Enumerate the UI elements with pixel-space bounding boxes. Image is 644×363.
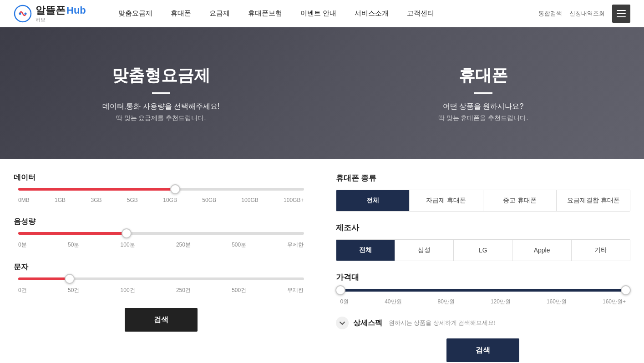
maker-btn-lg[interactable]: LG <box>454 240 512 261</box>
price-section: 가격대 0원 40만원 80만원 120만원 160만원 160만원+ <box>336 272 631 306</box>
detail-spec-desc: 원하시는 상품을 상세하게 검색해보세요! <box>389 319 496 327</box>
logo: 알뜰폰 Hub 허브 <box>14 4 96 23</box>
price-mark-80: 80만원 <box>438 298 455 306</box>
phone-type-btn-prepaid[interactable]: 자급제 휴대폰 <box>410 190 483 211</box>
maker-btn-all[interactable]: 전체 <box>336 240 395 261</box>
voice-mark-unlimited: 무제한 <box>287 241 304 249</box>
data-label: 데이터 <box>14 173 309 182</box>
nav-item-event[interactable]: 이벤트 안내 <box>300 9 336 18</box>
nav-item-phone[interactable]: 휴대폰 <box>171 9 191 18</box>
data-mark-50gb: 50GB <box>202 197 216 203</box>
voice-slider-thumb[interactable] <box>122 228 132 238</box>
price-slider-container: 0원 40만원 80만원 120만원 160만원 160만원+ <box>336 289 631 306</box>
voice-mark-0: 0분 <box>18 241 27 249</box>
link-search[interactable]: 통합검색 <box>538 10 562 18</box>
sms-mark-250: 250건 <box>176 287 191 294</box>
hero-left-underline <box>152 92 170 94</box>
logo-sub: 허브 <box>35 16 86 23</box>
maker-btn-other[interactable]: 기타 <box>572 240 630 261</box>
phone-type-btn-all[interactable]: 전체 <box>336 190 410 211</box>
sms-slider-container: 0건 50건 100건 250건 500건 무제한 <box>14 277 309 294</box>
nav-item-rate[interactable]: 요금제 <box>209 9 230 18</box>
logo-text-group: 알뜰폰 Hub 허브 <box>35 4 86 23</box>
left-panel: 데이터 0MB 1GB 3GB 5GB 10GB 50GB 100GB 100G… <box>14 173 309 362</box>
data-mark-5gb: 5GB <box>127 197 138 203</box>
sms-slider-marks: 0건 50건 100건 250건 500건 무제한 <box>18 287 304 294</box>
hero-left-title: 맞춤형요금제 <box>112 65 210 87</box>
maker-buttons: 전체 삼성 LG Apple 기타 <box>336 239 631 261</box>
maker-title: 제조사 <box>336 222 631 233</box>
sms-mark-100: 100건 <box>121 287 135 294</box>
nav-item-support[interactable]: 고객센터 <box>407 9 434 18</box>
chevron-down-icon <box>339 320 345 326</box>
detail-spec-row: 상세스펙 원하시는 상품을 상세하게 검색해보세요! <box>336 317 631 329</box>
voice-slider-fill <box>18 232 127 235</box>
voice-mark-100: 100분 <box>121 241 135 249</box>
logo-icon <box>14 5 32 23</box>
sms-slider-section: 문자 0건 50건 100건 250건 500건 무제한 <box>14 262 309 294</box>
phone-type-section: 휴대폰 종류 전체 자급제 휴대폰 중고 휴대폰 요금제결합 휴대폰 <box>336 173 631 212</box>
right-search-button[interactable]: 검색 <box>446 338 519 362</box>
sms-label: 문자 <box>14 262 309 272</box>
voice-slider-marks: 0분 50분 100분 250분 500분 무제한 <box>18 241 304 249</box>
price-marks: 0원 40만원 80만원 120만원 160만원 160만원+ <box>340 298 626 306</box>
nav-item-insurance[interactable]: 휴대폰보험 <box>248 9 282 18</box>
voice-mark-50: 50분 <box>68 241 79 249</box>
phone-type-buttons: 전체 자급제 휴대폰 중고 휴대폰 요금제결합 휴대폰 <box>336 190 631 212</box>
price-mark-160: 160만원 <box>547 298 567 306</box>
price-track <box>340 289 626 292</box>
sms-mark-50: 50건 <box>68 287 79 294</box>
data-slider-thumb[interactable] <box>170 184 180 194</box>
voice-slider-section: 음성량 0분 50분 100분 250분 500분 무제한 <box>14 217 309 249</box>
sms-mark-0: 0건 <box>18 287 27 294</box>
maker-section: 제조사 전체 삼성 LG Apple 기타 <box>336 222 631 261</box>
hamburger-line-1 <box>617 10 626 11</box>
data-slider-track <box>18 188 304 191</box>
voice-slider-container: 0분 50분 100분 250분 500분 무제한 <box>14 232 309 249</box>
hero-section: 맞춤형요금제 데이터,통화 사용량을 선택해주세요! 딱 맞는 요금제를 추천드… <box>0 27 644 159</box>
sms-slider-fill <box>18 277 70 280</box>
hero-right: 휴대폰 어떤 상품을 원하시나요? 딱 맞는 휴대폰을 추천드립니다. <box>322 27 644 159</box>
voice-mark-250: 250분 <box>176 241 191 249</box>
data-mark-1gb: 1GB <box>55 197 66 203</box>
detail-spec-toggle-icon[interactable] <box>336 317 349 329</box>
price-thumb-right[interactable] <box>621 285 631 295</box>
data-mark-100gb: 100GB <box>241 197 258 203</box>
hamburger-line-2 <box>617 13 626 14</box>
data-mark-100gb-plus: 100GB+ <box>284 197 304 203</box>
hero-left: 맞춤형요금제 데이터,통화 사용량을 선택해주세요! 딱 맞는 요금제를 추천드… <box>0 27 322 159</box>
data-slider-section: 데이터 0MB 1GB 3GB 5GB 10GB 50GB 100GB 100G… <box>14 173 309 203</box>
price-thumb-left[interactable] <box>335 285 345 295</box>
main-nav: 맞춤요금제 휴대폰 요금제 휴대폰보험 이벤트 안내 서비스소개 고객센터 <box>118 9 525 18</box>
maker-btn-samsung[interactable]: 삼성 <box>395 240 454 261</box>
data-mark-3gb: 3GB <box>91 197 101 203</box>
phone-type-btn-used[interactable]: 중고 휴대폰 <box>483 190 557 211</box>
link-history[interactable]: 신청내역조회 <box>569 10 605 18</box>
maker-btn-apple[interactable]: Apple <box>512 240 571 261</box>
voice-slider-track <box>18 232 304 235</box>
header: 알뜰폰 Hub 허브 맞춤요금제 휴대폰 요금제 휴대폰보험 이벤트 안내 서비… <box>0 0 644 27</box>
hero-right-desc1: 어떤 상품을 원하시나요? <box>443 102 524 111</box>
phone-type-title: 휴대폰 종류 <box>336 173 631 183</box>
price-mark-160-plus: 160만원+ <box>603 298 626 306</box>
hero-right-underline <box>474 92 492 94</box>
price-mark-0: 0원 <box>340 298 349 306</box>
logo-hub: Hub <box>66 5 86 16</box>
data-mark-10gb: 10GB <box>163 197 177 203</box>
hamburger-line-3 <box>617 16 626 17</box>
hamburger-button[interactable] <box>612 5 630 23</box>
left-search-button[interactable]: 검색 <box>125 308 198 332</box>
svg-point-2 <box>25 12 27 15</box>
nav-item-plan[interactable]: 맞춤요금제 <box>118 9 152 18</box>
svg-point-1 <box>19 12 21 15</box>
logo-name: 알뜰폰 <box>35 4 66 17</box>
hero-right-title: 휴대폰 <box>459 65 508 87</box>
hero-left-desc2: 딱 맞는 요금제를 추천드립니다. <box>116 114 206 122</box>
voice-mark-500: 500분 <box>232 241 246 249</box>
data-slider-fill <box>18 188 175 191</box>
sms-slider-thumb[interactable] <box>65 274 75 284</box>
voice-label: 음성량 <box>14 217 309 227</box>
nav-item-service[interactable]: 서비스소개 <box>355 9 389 18</box>
phone-type-btn-bundle[interactable]: 요금제결합 휴대폰 <box>557 190 630 211</box>
price-mark-40: 40만원 <box>385 298 401 306</box>
